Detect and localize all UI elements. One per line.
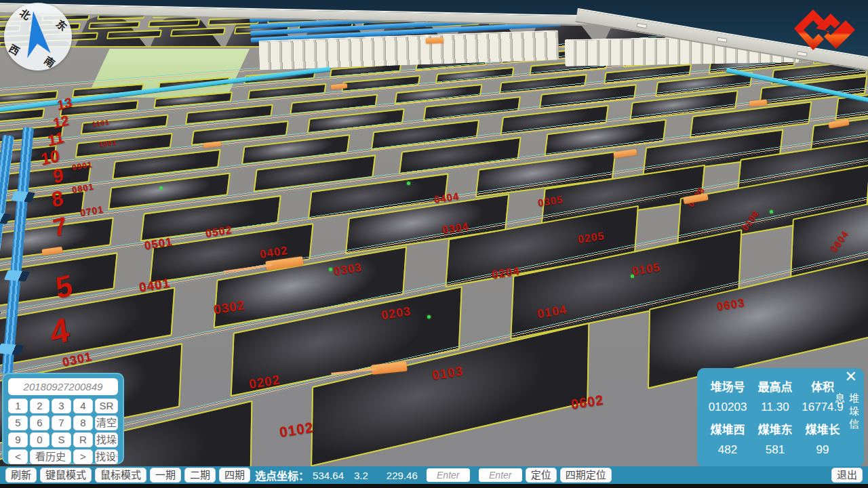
- phase1-button[interactable]: 一期: [150, 468, 181, 483]
- status-dot: [631, 274, 634, 278]
- kb-mouse-mode-button[interactable]: 键鼠模式: [40, 468, 92, 483]
- yard-no-header: 堆场号: [704, 378, 751, 394]
- picked-point-y: 3.2: [354, 470, 368, 481]
- key-4[interactable]: 4: [73, 399, 93, 413]
- pipeline-junction: [0, 344, 24, 355]
- status-dot: [407, 182, 410, 185]
- status-dot: [329, 268, 332, 271]
- phase4-locate-button[interactable]: 四期定位: [560, 468, 612, 483]
- key-s[interactable]: S: [52, 432, 71, 447]
- truck: [717, 37, 728, 43]
- key-prev[interactable]: <: [8, 449, 28, 464]
- bottom-toolbar: 刷新 键鼠模式 鼠标模式 一期 二期 四期 选点坐标： 534.64 3.2 2…: [0, 466, 868, 484]
- key-find-device[interactable]: 找设备: [95, 449, 118, 464]
- truck: [797, 51, 808, 56]
- key-7[interactable]: 7: [52, 415, 71, 430]
- stack-info-grid: 堆场号 最高点 体积 010203 11.30 16774.9 煤堆西 煤堆东 …: [704, 378, 846, 457]
- key-6[interactable]: 6: [30, 415, 50, 430]
- highest-point-value: 11.30: [751, 401, 799, 414]
- key-8[interactable]: 8: [73, 415, 93, 430]
- picked-point-label: 选点坐标：: [255, 467, 309, 483]
- compass-arrow-icon: [4, 3, 72, 70]
- picked-point-z: 229.46: [387, 470, 418, 481]
- coordinate-input-1[interactable]: [427, 468, 470, 482]
- picked-point-x: 534.64: [313, 470, 344, 481]
- status-dot: [770, 210, 773, 214]
- stack-info-panel: ✕ 堆垛信息 堆场号 最高点 体积 010203 11.30 16774.9 煤…: [697, 368, 864, 467]
- highest-point-header: 最高点: [751, 378, 799, 394]
- truck: [637, 23, 648, 28]
- status-dot: [159, 186, 163, 190]
- close-icon[interactable]: ✕: [845, 369, 857, 384]
- pile-east-value: 581: [751, 443, 799, 457]
- compass-widget[interactable]: 北 东 西 南: [4, 3, 72, 70]
- key-clear[interactable]: 清空: [95, 415, 118, 430]
- pile-west-value: 482: [704, 443, 751, 457]
- status-dot: [427, 315, 431, 319]
- pipeline-junction: [4, 270, 30, 281]
- key-3[interactable]: 3: [52, 399, 71, 413]
- bottom-strip: [0, 484, 868, 488]
- keypad-grid: 1 2 3 4 SR 5 6 7 8 清空 9 0 S R 找垛 < 看历史 >…: [8, 399, 118, 464]
- coal-yard-3d-monitor: 1101 1001 0901 0801 0701 0501 0502 0402 …: [0, 0, 868, 488]
- pile-west-header: 煤堆西: [704, 420, 751, 437]
- history-code-input[interactable]: [8, 378, 118, 395]
- phase4-button[interactable]: 四期: [219, 468, 250, 483]
- stacker-reclaimer-machine: [426, 37, 443, 43]
- key-sr[interactable]: SR: [95, 399, 118, 413]
- pile-east-header: 煤堆东: [751, 420, 799, 437]
- yard-no-value: 010203: [704, 401, 751, 414]
- key-2[interactable]: 2: [30, 399, 50, 413]
- phase2-button[interactable]: 二期: [184, 468, 216, 483]
- mouse-mode-button[interactable]: 鼠标模式: [95, 468, 146, 483]
- search-keypad-panel: 1 2 3 4 SR 5 6 7 8 清空 9 0 S R 找垛 < 看历史 >…: [2, 373, 124, 464]
- pipeline-junction: [11, 191, 35, 203]
- key-1[interactable]: 1: [8, 399, 28, 413]
- coordinate-input-2[interactable]: [479, 468, 522, 482]
- volume-header: 体积: [799, 378, 846, 394]
- company-logo: [789, 5, 863, 52]
- locate-button[interactable]: 定位: [526, 468, 557, 483]
- exit-button[interactable]: 退出: [831, 468, 863, 483]
- key-9[interactable]: 9: [8, 432, 28, 447]
- pile-length-value: 99: [799, 443, 846, 457]
- key-r[interactable]: R: [73, 432, 93, 447]
- key-0[interactable]: 0: [30, 432, 50, 447]
- key-5[interactable]: 5: [8, 415, 28, 430]
- stack-info-side-label: 堆垛信息: [832, 393, 861, 443]
- key-find-pile[interactable]: 找垛: [95, 432, 118, 447]
- refresh-button[interactable]: 刷新: [5, 468, 37, 483]
- key-view-history[interactable]: 看历史: [30, 449, 71, 464]
- key-next[interactable]: >: [73, 449, 93, 464]
